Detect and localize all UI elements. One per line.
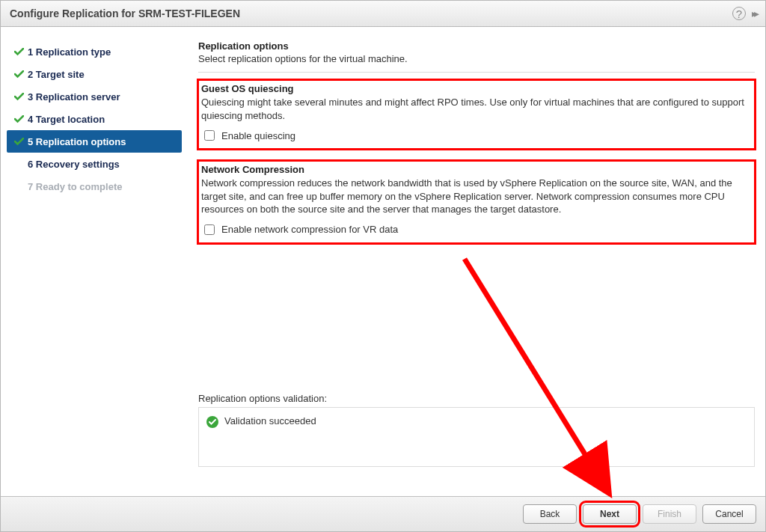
validation-label: Replication options validation: [198,393,755,404]
validation-message: Validation succeeded [224,415,316,426]
step-target-location[interactable]: 4 Target location [7,108,182,130]
section-title: Network Compression [201,164,752,175]
success-icon [206,416,218,428]
step-replication-options[interactable]: 5 Replication options [7,130,182,153]
step-target-site[interactable]: 2 Target site [7,63,182,85]
footer-bar: Back Next Finish Cancel [1,496,765,531]
check-icon [11,48,26,56]
cancel-button[interactable]: Cancel [702,504,756,524]
enable-compression-checkbox[interactable] [204,224,215,235]
titlebar-controls: ? ▸▸ [732,7,756,20]
check-icon [11,93,26,101]
enable-compression-row[interactable]: Enable network compression for VR data [201,222,752,237]
section-desc: Quiescing might take several minutes and… [201,96,752,122]
wizard-steps-sidebar: 1 Replication type 2 Target site 3 Repli… [1,27,188,496]
step-replication-type[interactable]: 1 Replication type [7,40,182,63]
enable-quiescing-checkbox[interactable] [204,130,215,141]
section-desc: Network compression reduces the network … [201,177,752,216]
titlebar: Configure Replication for SRM-TEST-FILEG… [1,1,765,27]
page-subtitle: Select replication options for the virtu… [198,53,755,64]
wizard-dialog: Configure Replication for SRM-TEST-FILEG… [0,0,766,532]
check-icon [11,70,26,79]
check-icon [11,138,26,146]
enable-compression-label: Enable network compression for VR data [221,224,398,235]
section-network-compression: Network Compression Network compression … [198,161,755,243]
dialog-body: 1 Replication type 2 Target site 3 Repli… [1,27,765,496]
finish-button[interactable]: Finish [643,504,696,524]
step-recovery-settings[interactable]: 6 Recovery settings [7,153,182,175]
step-replication-server[interactable]: 3 Replication server [7,85,182,108]
content-pane: Replication options Select replication o… [188,27,765,496]
next-button[interactable]: Next [583,504,637,524]
validation-block: Replication options validation: Validati… [198,393,755,467]
help-icon[interactable]: ? [732,7,746,20]
dialog-title: Configure Replication for SRM-TEST-FILEG… [10,7,732,19]
enable-quiescing-row[interactable]: Enable quiescing [201,128,752,143]
check-icon [11,115,26,123]
validation-box: Validation succeeded [198,407,755,467]
section-title: Guest OS quiescing [201,83,752,94]
page-title: Replication options [198,40,755,52]
divider [198,72,755,73]
step-ready-to-complete: 7 Ready to complete [7,175,182,198]
enable-quiescing-label: Enable quiescing [221,130,295,141]
back-button[interactable]: Back [523,504,577,524]
section-guest-os-quiescing: Guest OS quiescing Quiescing might take … [198,80,755,149]
collapse-icon[interactable]: ▸▸ [752,7,756,19]
